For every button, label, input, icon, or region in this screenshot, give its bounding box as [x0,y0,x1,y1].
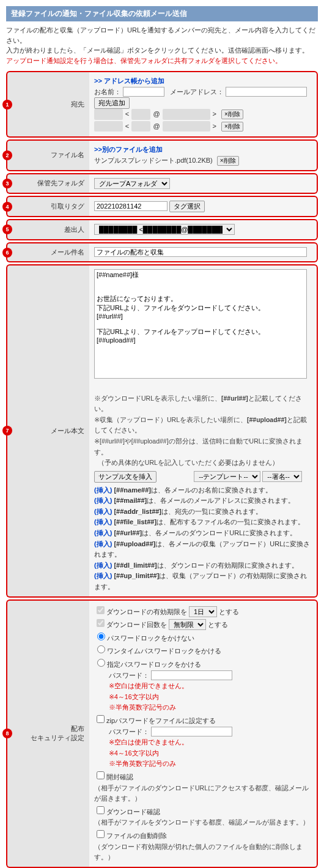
badge-2: 2 [2,150,12,160]
zip-check[interactable] [97,715,105,723]
dist-pw-warn3: ※半角英数字記号のみ [109,703,176,711]
delete-file-button[interactable]: ×削除 [217,156,239,166]
add-from-addressbook-link[interactable]: >> アドレス帳から追加 [94,77,164,84]
insert-token-desc: は、ダウンロードの有効期限に変換されます。 [157,562,298,569]
zip-pw-warn2: ※4～16文字以内 [109,749,159,757]
recipient-name-masked: ██████ [94,121,123,132]
body-hint-1: ※ダウンロードURLを表示したい場所に、[##url##]と記載してください。 [94,395,302,413]
intro-line2: 入力が終わりましたら、「メール確認」ボタンをクリックしてください。送信確認画面へ… [6,46,309,54]
body-textarea[interactable]: [##name##]様 お世話になっております。 下記URLより、ファイルをダウ… [94,269,307,379]
add-another-file-link[interactable]: >>別のファイルを追加 [94,146,163,153]
badge-4: 4 [2,202,12,212]
zip-pw-label: パスワード： [109,728,149,735]
intro-warning: アップロード通知設定を行う場合は、保管先フォルダに共有フォルダを選択してください… [6,57,282,64]
dl-count-check [97,619,105,627]
badge-6: 6 [2,248,12,258]
dist-pw-fixed-radio[interactable] [97,659,105,667]
insert-token-name: [##up_limit##] [114,572,159,579]
insert-token-name: [##name##] [114,486,151,494]
page-header: 登録ファイルの通知・ファイル収集の依頼メール送信 [6,6,318,21]
badge-7: 7 [2,426,12,436]
add-recipient-button[interactable]: 宛先追加 [94,97,130,109]
dist-pw-onetime[interactable]: ワンタイムパスワードロックをかける [94,647,221,655]
label-to: 1宛先 [6,71,89,138]
insert-token-link[interactable]: (挿入) [94,486,112,494]
file-name-text: サンプルスプレッドシート.pdf(10.2KB) [94,157,213,164]
auto-del-check[interactable] [97,830,105,838]
insert-token-link[interactable]: (挿入) [94,562,112,569]
dist-pw-warn2: ※4～16文字以内 [109,693,159,700]
dl-confirm-check[interactable] [97,806,105,814]
insert-token-row: (挿入) [##url##]は、各メールのダウンロードURLに変換されます。 [94,528,312,539]
zip-password-input[interactable] [151,727,232,736]
mail-label: メールアドレス： [170,88,224,95]
dist-pw-onetime-radio[interactable] [97,645,105,653]
badge-1: 1 [2,100,12,109]
open-confirm-row[interactable]: 開封確認 [94,773,133,781]
open-confirm-check[interactable] [97,771,105,779]
recipient-mail-input[interactable] [226,87,307,97]
dist-pw-none-radio[interactable] [97,632,105,640]
sender-select[interactable]: ████████ <████████@██████████████> [94,224,235,235]
insert-token-row: (挿入) [##file_list##]は、配布するファイル名の一覧に変換されま… [94,517,312,528]
subject-input[interactable] [94,247,307,257]
insert-sample-button[interactable]: サンプル文を挿入 [94,471,156,483]
dist-pw-label: パスワード： [109,672,149,679]
delete-recipient-button[interactable]: ×削除 [221,109,243,119]
intro-text: ファイルの配布と収集（アップロード）URLを通知するメンバーの宛先と、メール内容… [6,25,318,65]
template-select[interactable]: --テンプレート-- [194,471,260,482]
body-hint-3: ※[##url##]や[##upload##]の部分は、送信時に自動でURLに変… [94,437,303,456]
signature-select[interactable]: --署名-- [262,471,302,482]
recipient-name-input[interactable] [123,87,164,97]
insert-token-row: (挿入) [##dl_limit##]は、ダウンロードの有効期限に変換されます。 [94,560,312,571]
zip-pw-warn1: ※空白は使用できません。 [109,738,188,746]
badge-5: 5 [2,224,12,234]
dist-pw-fixed[interactable]: 指定パスワードロックをかける [94,661,201,668]
cell-sender: ████████ <████████@██████████████> [89,219,318,240]
label-file: 2ファイル名 [6,139,89,171]
insert-token-row: (挿入) [##up_limit##]は、収集（アップロード）の有効期限に変換さ… [94,571,312,592]
intro-line1: ファイルの配布と収集（アップロード）URLを通知するメンバーの宛先と、メール内容… [6,26,315,44]
insert-token-row: (挿入) [##name##]は、各メールのお名前に変換されます。 [94,485,312,496]
storage-folder-select[interactable]: グループAフォルダ [94,178,170,189]
insert-token-name: [##upload##] [114,540,155,547]
zip-row[interactable]: zipパスワードをファイルに設定する [94,717,216,724]
insert-token-link[interactable]: (挿入) [94,540,112,547]
insert-token-name: [##url##] [114,529,142,536]
tag-select-button[interactable]: タグ選択 [169,201,205,212]
dist-pw-warn1: ※空白は使用できません。 [109,682,188,689]
insert-token-desc: は、配布するファイル名の一覧に変換されます。 [156,518,304,525]
insert-token-desc: は、各メールのメールアドレスに変換されます。 [147,497,295,504]
cell-to: >> アドレス帳から追加 お名前： メールアドレス： 宛先追加 ██████ <… [89,71,318,138]
dist-pw-none[interactable]: パスワードロックをかけない [94,634,194,642]
insert-token-row: (挿入) [##upload##]は、各メールの収集（アップロード）URLに変換… [94,539,312,560]
recipient-entry: ██████ <████@██████████>×削除 [94,109,312,120]
dl-confirm-row[interactable]: ダウンロード確認 [94,808,160,815]
insert-token-link[interactable]: (挿入) [94,572,112,579]
dl-expire-row[interactable]: ダウンロードの有効期限を 1日 とする [94,608,239,615]
insert-token-row: (挿入) [##mail##]は、各メールのメールアドレスに変換されます。 [94,495,312,506]
cell-body: [##name##]様 お世話になっております。 下記URLより、ファイルをダウ… [89,264,318,597]
insert-token-row: (挿入) [##addr_list##]は、宛先の一覧に変換されます。 [94,506,312,517]
recipient-domain-masked: ██████████ [163,121,210,132]
auto-del-row[interactable]: ファイルの自動削除 [94,832,167,839]
label-tag: 4引取りタグ [6,196,89,217]
dl-count-select[interactable]: 無制限 [169,619,206,630]
recipient-local-masked: ████ [131,121,150,132]
label-dist-security: 8配布 セキュリティ設定 [6,599,89,868]
insert-token-link[interactable]: (挿入) [94,529,112,536]
dl-count-row[interactable]: ダウンロード回数を 無制限 とする [94,621,228,628]
recipient-domain-masked: ██████████ [163,109,210,120]
insert-token-link[interactable]: (挿入) [94,518,112,525]
dist-password-input[interactable] [151,670,232,680]
insert-token-link[interactable]: (挿入) [94,497,112,504]
insert-token-link[interactable]: (挿入) [94,508,112,515]
pickup-tag-input[interactable] [94,201,168,211]
dl-expire-select[interactable]: 1日 [189,606,217,617]
label-body: 7メール本文 [6,264,89,597]
auto-del-desc: （ダウンロード有効期限が切れた個人のファイルを自動的に削除します。） [94,843,303,861]
delete-recipient-button[interactable]: ×削除 [221,122,243,132]
badge-3: 3 [2,179,12,188]
body-hint-2: ※収集（アップロード）URLを表示したい場所に、[##upload##]と記載し… [94,416,307,434]
cell-tag: タグ選択 [89,196,318,217]
